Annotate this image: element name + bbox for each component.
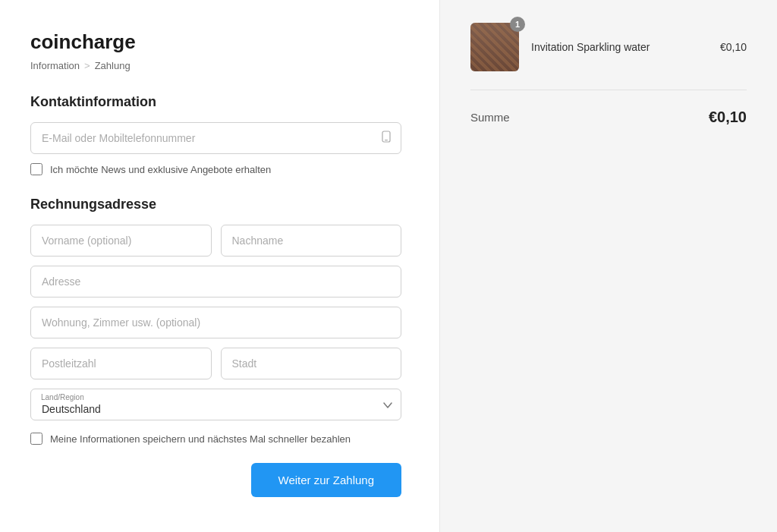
summary-label: Summe [470, 111, 510, 124]
product-name: Invitation Sparkling water [531, 41, 708, 53]
postal-city-row [30, 348, 401, 379]
svg-rect-1 [385, 140, 388, 140]
apartment-input[interactable] [30, 307, 401, 338]
email-group [30, 122, 401, 154]
address-group [30, 266, 401, 297]
breadcrumb: Information > Zahlung [30, 60, 401, 71]
country-container: Land/Region Deutschland Österreich Schwe… [30, 389, 401, 420]
product-row: 1 Invitation Sparkling water €0,10 [470, 23, 747, 90]
breadcrumb-separator: > [84, 60, 90, 71]
app-title: coincharge [30, 30, 401, 54]
city-input[interactable] [221, 348, 402, 379]
left-panel: coincharge Information > Zahlung Kontakt… [0, 0, 440, 532]
save-info-label[interactable]: Meine Informationen speichern und nächst… [50, 433, 351, 445]
product-image-wrapper: 1 [470, 23, 519, 71]
address-input[interactable] [30, 266, 401, 297]
product-image [470, 23, 519, 71]
save-info-checkbox[interactable] [30, 433, 42, 445]
right-panel: 1 Invitation Sparkling water €0,10 Summe… [440, 0, 777, 532]
newsletter-label[interactable]: Ich möchte News und exklusive Angebote e… [50, 164, 271, 175]
apartment-group [30, 307, 401, 338]
breadcrumb-step1[interactable]: Information [30, 60, 80, 71]
country-select[interactable]: Deutschland Österreich Schweiz Frankreic… [30, 389, 401, 420]
newsletter-row: Ich möchte News und exklusive Angebote e… [30, 163, 401, 175]
billing-section: Rechnungsadresse Land/Region Deutschland… [30, 197, 401, 420]
product-price: €0,10 [720, 41, 747, 53]
summary-row: Summe €0,10 [470, 109, 747, 126]
product-badge: 1 [510, 17, 525, 32]
contact-section-title: Kontaktinformation [30, 94, 401, 110]
submit-button[interactable]: Weiter zur Zahlung [251, 463, 401, 497]
billing-section-title: Rechnungsadresse [30, 197, 401, 212]
lastname-input[interactable] [221, 225, 402, 257]
phone-icon [380, 131, 392, 146]
newsletter-checkbox[interactable] [30, 163, 42, 175]
email-input[interactable] [30, 122, 401, 154]
summary-total: €0,10 [709, 109, 747, 126]
product-info: Invitation Sparkling water [531, 41, 708, 53]
name-row [30, 225, 401, 257]
breadcrumb-step2: Zahlung [95, 60, 131, 71]
postal-input[interactable] [30, 348, 212, 379]
firstname-input[interactable] [30, 225, 212, 257]
email-input-wrapper [30, 122, 401, 154]
save-info-row: Meine Informationen speichern und nächst… [30, 433, 401, 445]
